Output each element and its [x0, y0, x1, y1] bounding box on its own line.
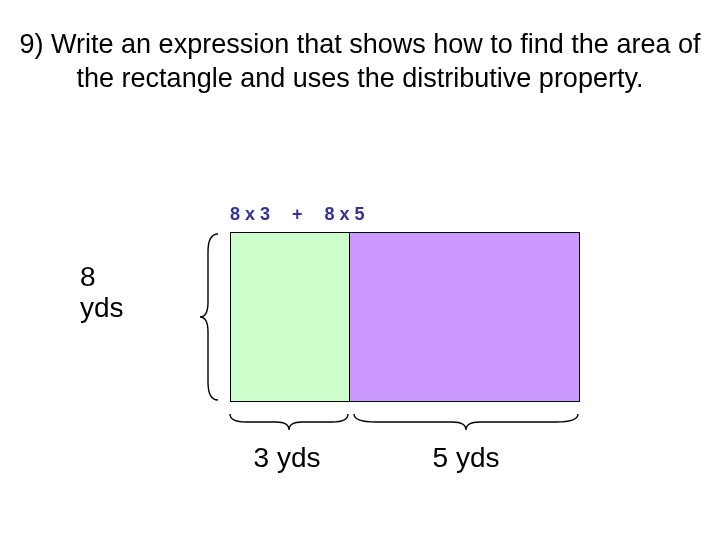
brace-bottom-a-icon — [228, 408, 350, 434]
height-unit: yds — [80, 292, 124, 323]
expr-right: 8 x 5 — [325, 204, 365, 225]
width-b-label: 5 yds — [352, 442, 580, 474]
brace-vertical-icon — [198, 232, 224, 402]
height-value: 8 — [80, 261, 96, 292]
brace-bottom-b-icon — [352, 408, 580, 434]
height-label: 8 yds — [80, 262, 124, 324]
width-a-label: 3 yds — [226, 442, 348, 474]
rect-part-a — [230, 232, 350, 402]
question-body: Write an expression that shows how to fi… — [51, 29, 700, 93]
rect-part-b — [350, 232, 580, 402]
rectangle-diagram — [230, 232, 580, 402]
question-number: 9) — [20, 29, 44, 59]
expr-op: + — [292, 204, 303, 225]
expr-left: 8 x 3 — [230, 204, 270, 225]
distributive-expression: 8 x 3 + 8 x 5 — [230, 204, 365, 225]
question-text: 9) Write an expression that shows how to… — [0, 28, 720, 96]
